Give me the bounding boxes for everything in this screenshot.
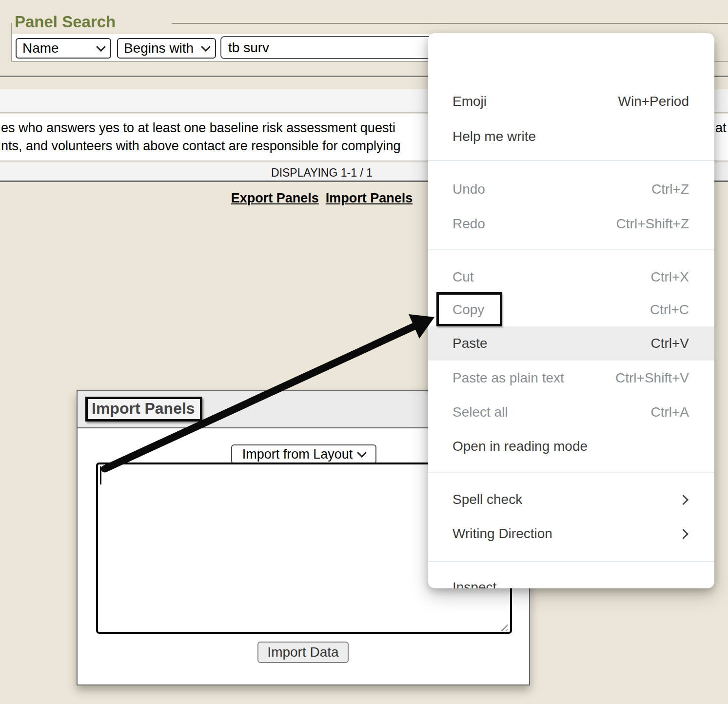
menu-item-cut: Cut Ctrl+X <box>428 260 714 294</box>
menu-item-label: Cut <box>453 269 474 285</box>
menu-separator <box>428 561 714 562</box>
menu-item-writing-direction[interactable]: Writing Direction <box>428 517 714 551</box>
menu-item-shortcut: Ctrl+Shift+V <box>615 370 689 386</box>
chevron-down-icon <box>357 448 367 458</box>
import-panels-link[interactable]: Import Panels <box>326 191 413 205</box>
menu-item-label: Undo <box>453 181 485 197</box>
chevron-right-icon <box>678 528 689 539</box>
menu-item-label: Help me write <box>453 129 536 144</box>
export-panels-link[interactable]: Export Panels <box>231 191 319 205</box>
menu-item-label: Copy <box>453 302 484 318</box>
import-panels-title-annotation-box: Import Panels <box>85 397 202 422</box>
import-source-select[interactable]: Import from Layout <box>231 444 376 464</box>
menu-item-shortcut: Win+Period <box>618 94 689 109</box>
results-row-line1-right-fragment: at <box>715 119 727 137</box>
import-dialog-title: Import Panels <box>92 400 195 417</box>
chevron-down-icon <box>96 42 106 52</box>
menu-item-undo: Undo Ctrl+Z <box>428 172 714 206</box>
results-row-text: es who answers yes to at least one basel… <box>1 119 400 155</box>
panel-search-legend: Panel Search <box>15 13 116 31</box>
menu-item-label: Paste <box>453 336 488 351</box>
menu-item-shortcut: Ctrl+C <box>650 302 689 318</box>
menu-item-label: Open in reading mode <box>453 439 588 454</box>
menu-item-label: Spell check <box>453 492 522 507</box>
menu-item-label: Select all <box>453 404 508 420</box>
menu-item-select-all: Select all Ctrl+A <box>428 395 714 429</box>
menu-item-help-me-write[interactable]: Help me write <box>428 120 714 154</box>
results-row-line1: es who answers yes to at least one basel… <box>1 119 400 137</box>
menu-item-shortcut: Ctrl+Shift+Z <box>616 216 689 232</box>
menu-separator <box>428 160 714 161</box>
chevron-right-icon <box>678 494 689 504</box>
menu-item-paste[interactable]: Paste Ctrl+V <box>428 326 714 361</box>
menu-item-label: Writing Direction <box>453 526 552 542</box>
menu-item-shortcut: Ctrl+A <box>650 404 689 420</box>
menu-item-redo: Redo Ctrl+Shift+Z <box>428 207 714 241</box>
menu-item-copy: Copy Ctrl+C <box>428 293 714 326</box>
field-select[interactable]: Name <box>16 38 111 59</box>
menu-separator <box>428 249 714 250</box>
import-source-select-value: Import from Layout <box>242 447 353 462</box>
field-select-value: Name <box>22 40 59 56</box>
menu-item-shortcut: Ctrl+V <box>650 336 689 351</box>
menu-item-label: Inspect <box>453 580 496 588</box>
chevron-down-icon <box>201 42 211 52</box>
page: Panel Search Name Begins with es who ans… <box>0 0 728 704</box>
operator-select[interactable]: Begins with <box>117 38 216 59</box>
menu-item-open-in-reading-mode[interactable]: Open in reading mode <box>428 429 714 463</box>
fieldset-top-border <box>172 23 728 24</box>
menu-item-label: Emoji <box>453 94 487 109</box>
operator-select-value: Begins with <box>124 40 194 56</box>
menu-item-emoji[interactable]: Emoji Win+Period <box>428 84 714 119</box>
menu-item-shortcut: Ctrl+Z <box>651 181 689 197</box>
menu-separator <box>428 472 714 473</box>
menu-item-label: Paste as plain text <box>453 370 564 386</box>
menu-item-label: Redo <box>453 216 485 232</box>
menu-item-spell-check[interactable]: Spell check <box>428 483 714 517</box>
results-row-line2: nts, and volunteers with above contact a… <box>1 137 400 155</box>
context-menu: Emoji Win+Period Help me write Undo Ctrl… <box>428 33 714 588</box>
menu-item-shortcut: Ctrl+X <box>650 269 689 285</box>
menu-item-inspect[interactable]: Inspect <box>428 570 714 588</box>
menu-item-paste-as-plain-text: Paste as plain text Ctrl+Shift+V <box>428 361 714 395</box>
import-data-button[interactable]: Import Data <box>257 642 349 663</box>
text-caret <box>100 466 101 484</box>
